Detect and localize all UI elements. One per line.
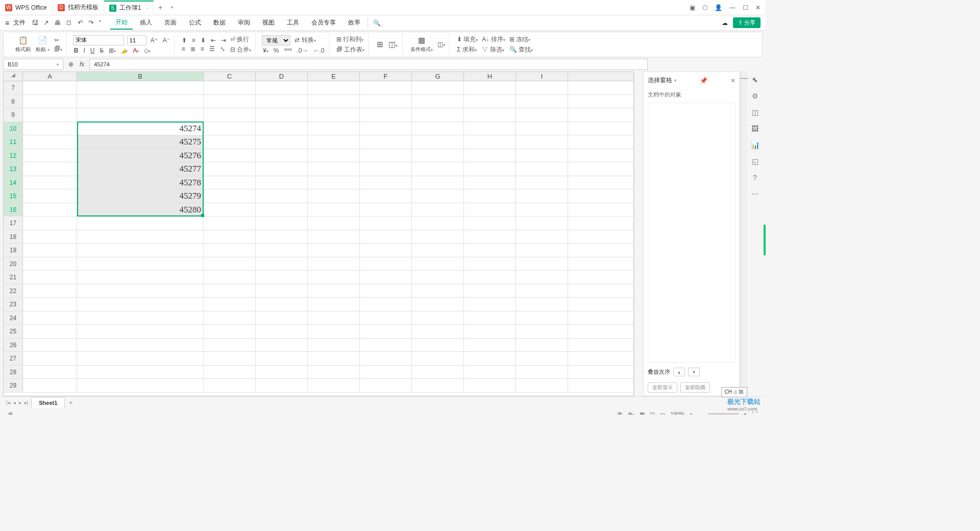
cell[interactable] [464, 284, 516, 298]
row-header[interactable]: 22 [4, 284, 23, 298]
cell[interactable] [256, 108, 308, 122]
file-menu[interactable]: 文件 [13, 18, 26, 27]
cell[interactable]: 45279 [77, 189, 204, 203]
cell[interactable] [464, 230, 516, 244]
cell[interactable] [23, 257, 77, 271]
cell[interactable] [204, 135, 256, 149]
cell[interactable] [412, 95, 464, 108]
wrap-button[interactable]: ⏎ 换行 [229, 35, 252, 44]
cell[interactable] [77, 284, 204, 298]
cell[interactable] [23, 176, 77, 189]
cell[interactable] [360, 339, 412, 352]
cell[interactable] [256, 176, 308, 189]
tab-member[interactable]: 会员专享 [306, 16, 341, 29]
chart-tool-icon[interactable]: 📊 [751, 141, 760, 149]
cell[interactable] [256, 271, 308, 284]
zoom-slider[interactable] [708, 413, 739, 415]
cell[interactable] [360, 216, 412, 230]
cell[interactable] [308, 366, 360, 379]
align-bot[interactable]: ⬇ [200, 37, 207, 44]
row-header[interactable]: 14 [4, 176, 23, 189]
hamburger-icon[interactable]: ≡ [5, 19, 9, 27]
cell[interactable] [204, 176, 256, 189]
cell[interactable] [516, 325, 568, 338]
row-header[interactable]: 11 [4, 135, 23, 149]
table-style[interactable]: ◫▾ [436, 41, 446, 48]
cell[interactable] [464, 271, 516, 284]
cell[interactable] [308, 298, 360, 311]
cell[interactable] [412, 189, 464, 203]
tab-data[interactable]: 数据 [208, 16, 231, 29]
cell[interactable] [516, 216, 568, 230]
strike-button[interactable]: S̶ [99, 47, 105, 54]
cell[interactable] [516, 311, 568, 325]
cell[interactable] [204, 339, 256, 352]
cell[interactable] [77, 311, 204, 325]
cell[interactable] [516, 189, 568, 203]
row-header[interactable]: 24 [4, 311, 23, 325]
fillcolor-button[interactable]: ◢▾ [120, 47, 129, 54]
cell[interactable] [308, 257, 360, 271]
export-icon[interactable]: ↗ [43, 19, 49, 27]
cell[interactable] [23, 311, 77, 325]
cell[interactable] [308, 325, 360, 338]
cell[interactable] [360, 271, 412, 284]
cell[interactable] [204, 122, 256, 135]
size-select[interactable] [127, 35, 146, 45]
cell[interactable] [516, 352, 568, 365]
cell[interactable] [412, 122, 464, 135]
cell[interactable] [464, 311, 516, 325]
cell[interactable] [204, 325, 256, 338]
cell[interactable] [360, 203, 412, 216]
expand-icon[interactable]: ⊕ [67, 61, 75, 68]
cell[interactable] [360, 149, 412, 162]
zoom-in-button[interactable]: + [744, 411, 747, 415]
sort-button[interactable]: A↓ 排序▾ [481, 35, 506, 44]
tab-menu-button[interactable]: ▾ [167, 5, 177, 10]
tab-templates[interactable]: D找稻壳模板 [53, 1, 104, 15]
sheet-tab-1[interactable]: Sheet1 [31, 397, 65, 408]
cell[interactable] [360, 230, 412, 244]
cell[interactable] [23, 189, 77, 203]
cell[interactable]: 45275 [77, 135, 204, 149]
undo-icon[interactable]: ↶ [78, 19, 83, 27]
cell[interactable] [464, 162, 516, 176]
border-button[interactable]: ⊞▾ [108, 47, 117, 54]
cell[interactable] [412, 216, 464, 230]
col-F[interactable]: F [360, 72, 412, 81]
row-header[interactable]: 12 [4, 149, 23, 162]
save-icon[interactable]: 🖫 [32, 19, 38, 27]
cell[interactable] [204, 149, 256, 162]
cell[interactable] [256, 135, 308, 149]
cell[interactable] [464, 298, 516, 311]
tab-insert[interactable]: 插入 [135, 16, 157, 29]
cell[interactable] [308, 203, 360, 216]
row-header[interactable]: 13 [4, 162, 23, 176]
zoom-out-button[interactable]: — [697, 411, 703, 415]
cell[interactable] [23, 366, 77, 379]
cell[interactable] [77, 81, 204, 94]
cell[interactable] [516, 135, 568, 149]
cell[interactable] [23, 149, 77, 162]
panel-icon[interactable]: ▣ [690, 4, 695, 11]
row-header[interactable]: 9 [4, 108, 23, 122]
cell[interactable] [308, 95, 360, 108]
cell[interactable] [360, 379, 412, 392]
cell[interactable] [77, 366, 204, 379]
cell[interactable] [412, 298, 464, 311]
cell[interactable] [23, 339, 77, 352]
align-just[interactable]: ☰ [208, 45, 216, 53]
cond-format-button[interactable]: ▦条件格式▾ [409, 36, 434, 53]
cell[interactable] [412, 379, 464, 392]
redo-icon[interactable]: ↷ [88, 19, 94, 27]
find-button[interactable]: 🔍 查找▾ [508, 45, 534, 54]
cell[interactable] [360, 189, 412, 203]
col-D[interactable]: D [256, 72, 308, 81]
col-B[interactable]: B [77, 72, 204, 81]
cell[interactable] [256, 379, 308, 392]
cell[interactable] [360, 298, 412, 311]
cell[interactable] [77, 379, 204, 392]
convert-button[interactable]: ⇄ 转换▾ [293, 36, 316, 44]
row-header[interactable]: 27 [4, 352, 23, 365]
font-select[interactable] [73, 35, 124, 45]
